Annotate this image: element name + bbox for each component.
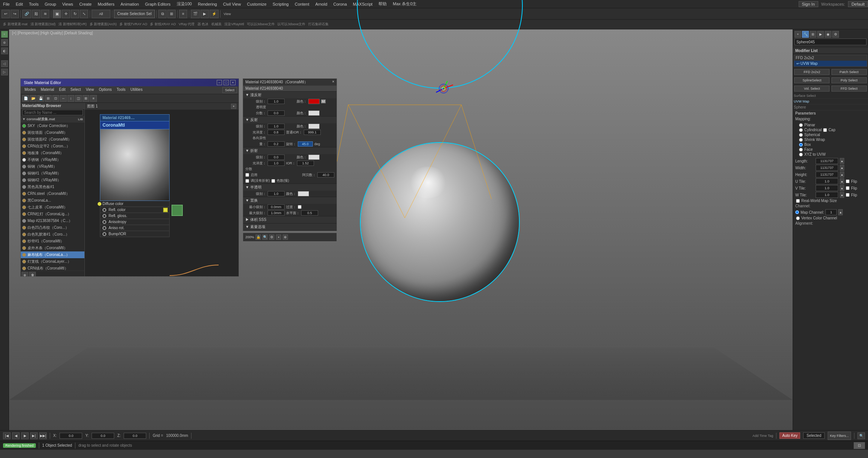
- refr-samples-input[interactable]: [317, 172, 334, 178]
- object-name-input[interactable]: [795, 38, 866, 45]
- right-icon-modify[interactable]: 🔧: [802, 31, 809, 38]
- mat-item-15[interactable]: Map #2138387584（C...）: [21, 218, 84, 224]
- mat-item-sky[interactable]: SKY（Color Correction）: [21, 123, 84, 129]
- refr-caustics-checkbox[interactable]: [271, 179, 275, 183]
- zoom-btn-1[interactable]: ⚙: [269, 234, 274, 240]
- zoom-btn-2[interactable]: ▪: [276, 234, 281, 240]
- scale-button[interactable]: ⤡: [80, 10, 88, 18]
- map-face-radio[interactable]: [799, 148, 803, 152]
- slate-tb-open[interactable]: 📂: [30, 95, 37, 102]
- mat-item-6[interactable]: 不锈钢（VRayMtl）: [21, 156, 84, 163]
- mat-props-title-bar[interactable]: Material #2146938040（CoronaMtl） ×: [243, 79, 337, 86]
- slate-tb-8[interactable]: ◫: [75, 95, 82, 102]
- viewport[interactable]: [+] [Perspective] [High Quality] [Defaul…: [9, 29, 793, 430]
- unlink-button[interactable]: ⛓: [32, 10, 40, 18]
- rotate-button[interactable]: ↻: [71, 10, 79, 18]
- slate-tb-9[interactable]: ⊞: [83, 95, 89, 102]
- poly-select-button[interactable]: Poly Select: [831, 77, 867, 83]
- map-cylindrical-radio[interactable]: [799, 128, 803, 132]
- socket-diffuse[interactable]: Diffuse color: [100, 201, 170, 207]
- map-cap-checkbox[interactable]: [823, 128, 827, 132]
- refl-level-input[interactable]: [268, 124, 285, 129]
- left-icon-5[interactable]: ▷: [1, 69, 8, 75]
- slate-tb-7[interactable]: ↕: [67, 95, 74, 102]
- menu-edit[interactable]: Edit: [13, 2, 26, 6]
- mat-item-12[interactable]: 黑CoronaLa...: [21, 197, 84, 204]
- mat-item-21[interactable]: 灯笼线（CoronaLayer...）: [21, 258, 84, 265]
- ffd-2x2x2-button[interactable]: FFD 2x2x2: [794, 69, 830, 75]
- redo-button[interactable]: ↪: [11, 10, 19, 18]
- mat-item-16[interactable]: 白色凹凸布纹（Coro...）: [21, 224, 84, 231]
- workspace-dropdown[interactable]: Default: [848, 1, 868, 7]
- all-filter[interactable]: All: [92, 10, 110, 18]
- height-spinner[interactable]: ▲: [840, 172, 844, 178]
- zoom-search[interactable]: 🔍: [262, 234, 268, 240]
- quick-render-button[interactable]: ⚡: [210, 10, 219, 18]
- right-icon-create[interactable]: +: [795, 31, 801, 38]
- slate-menu-tools[interactable]: Tools: [115, 87, 128, 93]
- mat-item-4[interactable]: CRN自定平2（Coron...）: [21, 143, 84, 150]
- u-flip-checkbox[interactable]: [846, 179, 850, 183]
- w-flip-checkbox[interactable]: [846, 193, 850, 197]
- map-planar-radio[interactable]: [799, 123, 803, 127]
- menu-civil-view[interactable]: Civil View: [220, 2, 244, 6]
- zoom-lock[interactable]: 🔒: [256, 234, 261, 240]
- map-spherical-radio[interactable]: [799, 133, 803, 137]
- refr-color-swatch[interactable]: [308, 155, 320, 160]
- mat-item-2[interactable]: 斑纹墙面（CoronaMtl）: [21, 129, 84, 136]
- ffd-select-button[interactable]: FFD Select: [831, 86, 867, 92]
- menu-content[interactable]: Content: [292, 2, 312, 6]
- mat-item-18[interactable]: 纱帘#1（CoronaMtl）: [21, 238, 84, 245]
- menu-modifiers[interactable]: Modifiers: [95, 2, 118, 6]
- refraction-section-header[interactable]: ▼ 折射: [243, 147, 337, 154]
- menu-customize[interactable]: Customize: [244, 2, 269, 6]
- displacement-header[interactable]: ▼ 置换: [243, 197, 337, 204]
- anim-end-button[interactable]: ▶▶|: [39, 432, 47, 439]
- search-button[interactable]: 🔍: [857, 432, 865, 439]
- slate-tb-10[interactable]: ≡: [90, 95, 97, 102]
- refr-level-input[interactable]: [268, 155, 285, 160]
- socket-refl-gloss[interactable]: Refl. gloss.: [100, 213, 170, 219]
- mat-item-8[interactable]: 铜钢#1（VRayMtl）: [21, 170, 84, 177]
- slate-close-button[interactable]: ×: [230, 80, 236, 85]
- slate-tb-6[interactable]: ↔: [60, 95, 67, 102]
- refr-enabled-checkbox[interactable]: [245, 173, 249, 177]
- right-icon-display[interactable]: ◉: [825, 31, 831, 38]
- mirror-button[interactable]: ⧉: [158, 10, 167, 18]
- u-spinner[interactable]: ▲: [840, 178, 844, 184]
- anim-start-button[interactable]: |◀: [3, 432, 11, 439]
- left-icon-4[interactable]: ◁: [1, 60, 8, 67]
- menu-rendering[interactable]: Rendering: [195, 2, 220, 6]
- slate-minimize-button[interactable]: –: [217, 80, 222, 85]
- refr-ior-input[interactable]: [297, 161, 314, 166]
- auto-key-button[interactable]: Auto Key: [779, 432, 800, 439]
- w-tile-input[interactable]: [816, 192, 838, 198]
- mat-item-17[interactable]: 白色乳胶漆#1（Coro...）: [21, 231, 84, 238]
- vol-select-button[interactable]: Vol. Select: [794, 86, 830, 92]
- mat-item-3[interactable]: 斑纹墙面#2（CoronaMtl）: [21, 136, 84, 143]
- layer-manager-button[interactable]: ≡: [179, 10, 187, 18]
- select-move-button[interactable]: ✛: [62, 10, 70, 18]
- right-icon-utilities[interactable]: ⚙: [832, 31, 839, 38]
- slate-menu-view[interactable]: View: [84, 87, 96, 93]
- node-header-close[interactable]: ×: [231, 104, 236, 109]
- mat-item-14[interactable]: CRN红灯（CoronaLig...）: [21, 211, 84, 218]
- mat-item-7[interactable]: 铜钢（VRayMtl）: [21, 163, 84, 170]
- disp-min-input[interactable]: [268, 204, 285, 210]
- slate-menu-edit[interactable]: Edit: [57, 87, 68, 93]
- diffuse-sub-input[interactable]: [268, 110, 285, 116]
- align-button[interactable]: ⊞: [167, 10, 176, 18]
- mat-item-5[interactable]: 地板漆（CoronaMtl）: [21, 150, 84, 156]
- x-coord-input[interactable]: [60, 433, 82, 439]
- refr-no-refr-checkbox[interactable]: [245, 179, 249, 183]
- trans-level-input[interactable]: [268, 191, 285, 196]
- slate-menu-material[interactable]: Material: [38, 87, 57, 93]
- menu-animation[interactable]: Animation: [118, 2, 142, 6]
- slate-menu-select[interactable]: Select: [68, 87, 83, 93]
- width-input[interactable]: [816, 165, 838, 171]
- y-coord-input[interactable]: [92, 433, 114, 439]
- select-link-button[interactable]: 🔗: [22, 10, 31, 18]
- anim-play-button[interactable]: ▶: [21, 432, 29, 439]
- slate-editor-title-bar[interactable]: Slate Material Editor – □ ×: [21, 79, 239, 86]
- width-spinner[interactable]: ▲: [840, 165, 844, 171]
